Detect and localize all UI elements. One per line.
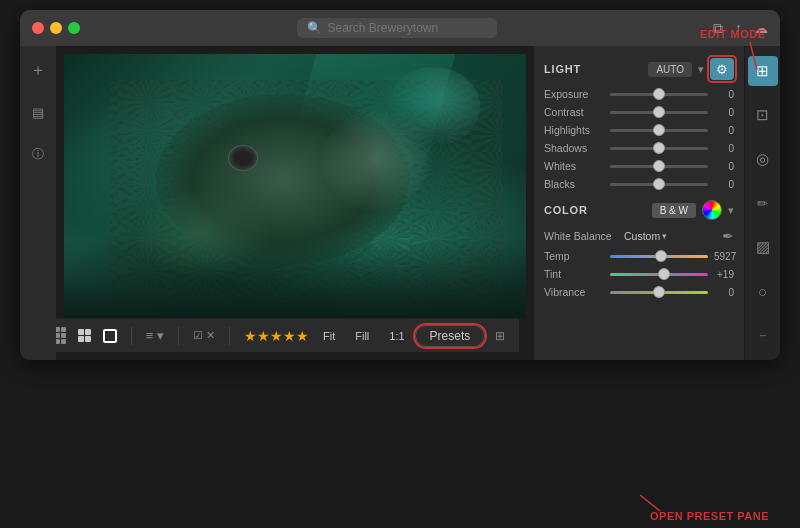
highlights-thumb[interactable] <box>653 124 665 136</box>
right-section: LIGHT AUTO ▾ ⚙ <box>534 46 780 360</box>
shadows-label: Shadows <box>544 142 604 154</box>
eyedropper-icon[interactable]: ✒ <box>722 228 734 244</box>
edit-mode-button[interactable]: ⊞ <box>748 56 778 86</box>
photo-panel: ＋ ▤ ⓘ <box>20 46 534 360</box>
light-sliders: Exposure 0 Contrast <box>544 88 734 190</box>
svg-line-3 <box>640 495 660 511</box>
share-icon[interactable]: ↑ <box>735 20 742 36</box>
contrast-track[interactable] <box>610 111 708 114</box>
search-bar[interactable]: 🔍 <box>297 18 497 38</box>
fit-button[interactable]: Fit <box>319 328 339 344</box>
wb-label: White Balance <box>544 230 624 242</box>
right-side-toolbar: ⊞ ⊡ ◎ ✏ ▨ ○ ··· <box>744 46 780 360</box>
blacks-track[interactable] <box>610 183 708 186</box>
info-icon[interactable]: ⓘ <box>24 140 52 168</box>
tint-row: Tint +19 <box>544 268 734 280</box>
color-swatch[interactable] <box>702 200 722 220</box>
vibrance-thumb[interactable] <box>653 286 665 298</box>
highlights-track[interactable] <box>610 129 708 132</box>
crop-button[interactable]: ⊡ <box>748 100 778 130</box>
sort-icon[interactable]: ≡ ▾ <box>142 325 168 346</box>
light-controls: AUTO ▾ ⚙ <box>648 58 734 80</box>
contrast-thumb[interactable] <box>653 106 665 118</box>
separator-2 <box>178 327 179 345</box>
whites-thumb[interactable] <box>653 160 665 172</box>
compare-icon[interactable]: ⊞ <box>491 326 509 346</box>
temp-thumb[interactable] <box>655 250 667 262</box>
vibrance-label: Vibrance <box>544 286 604 298</box>
loupe-view-button[interactable] <box>99 326 121 346</box>
exposure-track[interactable] <box>610 93 708 96</box>
whites-row: Whites 0 <box>544 160 734 172</box>
wb-value: Custom <box>624 230 660 242</box>
whites-track[interactable] <box>610 165 708 168</box>
heal-button[interactable]: ◎ <box>748 144 778 174</box>
circle-button[interactable]: ○ <box>748 276 778 306</box>
temp-track[interactable] <box>610 255 708 258</box>
svg-text:OPEN PRESET PANE: OPEN PRESET PANE <box>650 510 769 522</box>
presets-button[interactable]: Presets <box>415 325 486 347</box>
tint-thumb[interactable] <box>658 268 670 280</box>
cloud-icon[interactable]: ☁ <box>754 20 768 36</box>
square-view-button[interactable] <box>74 326 95 345</box>
view-icons-group <box>45 324 121 347</box>
auto-button[interactable]: AUTO <box>648 62 692 77</box>
white-balance-row: White Balance Custom ▾ ✒ <box>544 228 734 244</box>
minimize-button[interactable] <box>50 22 62 34</box>
shadows-track[interactable] <box>610 147 708 150</box>
color-expand-arrow[interactable]: ▾ <box>728 204 734 217</box>
separator-3 <box>229 327 230 345</box>
settings-button[interactable]: ⚙ <box>710 58 734 80</box>
filter-icon[interactable]: ⧉ <box>713 20 723 37</box>
blacks-label: Blacks <box>544 178 604 190</box>
main-content: ＋ ▤ ⓘ <box>20 46 780 360</box>
tint-label: Tint <box>544 268 604 280</box>
temp-label: Temp <box>544 250 604 262</box>
blacks-row: Blacks 0 <box>544 178 734 190</box>
whites-label: Whites <box>544 160 604 172</box>
right-main: LIGHT AUTO ▾ ⚙ <box>534 46 780 360</box>
temp-value: 5927 <box>714 251 734 262</box>
tint-track[interactable] <box>610 273 708 276</box>
zoom-1-1-button[interactable]: 1:1 <box>385 328 408 344</box>
exposure-thumb[interactable] <box>653 88 665 100</box>
exposure-label: Exposure <box>544 88 604 100</box>
blacks-value: 0 <box>714 179 734 190</box>
color-section: COLOR B & W ▾ White Balance <box>544 200 734 298</box>
separator-1 <box>131 327 132 345</box>
close-button[interactable] <box>32 22 44 34</box>
light-title: LIGHT <box>544 63 581 75</box>
filmstrip-icon[interactable]: ▤ <box>24 98 52 126</box>
bw-button[interactable]: B & W <box>652 203 696 218</box>
shadows-thumb[interactable] <box>653 142 665 154</box>
contrast-value: 0 <box>714 107 734 118</box>
light-expand-arrow[interactable]: ▾ <box>698 63 704 76</box>
left-toolbar: ＋ ▤ ⓘ <box>20 46 56 360</box>
search-input[interactable] <box>328 21 468 35</box>
fill-button[interactable]: Fill <box>351 328 373 344</box>
bottom-toolbar: ≡ ▾ ☑ ✕ ★★★★★ Fit Fill 1:1 Presets ⊞ <box>35 318 520 352</box>
light-section: LIGHT AUTO ▾ ⚙ <box>544 58 734 190</box>
wb-dropdown[interactable]: Custom ▾ <box>624 230 667 242</box>
photo-container <box>64 54 526 318</box>
flag-icon[interactable]: ☑ ✕ <box>189 326 219 345</box>
highlights-row: Highlights 0 <box>544 124 734 136</box>
search-icon: 🔍 <box>307 21 322 35</box>
layers-button[interactable]: ▨ <box>748 232 778 262</box>
maximize-button[interactable] <box>68 22 80 34</box>
turtle-eye <box>228 145 258 171</box>
light-section-header: LIGHT AUTO ▾ ⚙ <box>544 58 734 80</box>
vibrance-value: 0 <box>714 287 734 298</box>
blacks-thumb[interactable] <box>653 178 665 190</box>
contrast-row: Contrast 0 <box>544 106 734 118</box>
star-rating[interactable]: ★★★★★ <box>240 325 313 347</box>
exposure-row: Exposure 0 <box>544 88 734 100</box>
highlights-value: 0 <box>714 125 734 136</box>
more-button[interactable]: ··· <box>748 320 778 350</box>
brush-button[interactable]: ✏ <box>748 188 778 218</box>
add-icon[interactable]: ＋ <box>24 56 52 84</box>
vibrance-track[interactable] <box>610 291 708 294</box>
coral-bg <box>64 239 526 318</box>
titlebar-right: ⧉ ↑ ☁ <box>713 20 768 37</box>
panels-area: LIGHT AUTO ▾ ⚙ <box>534 46 744 360</box>
